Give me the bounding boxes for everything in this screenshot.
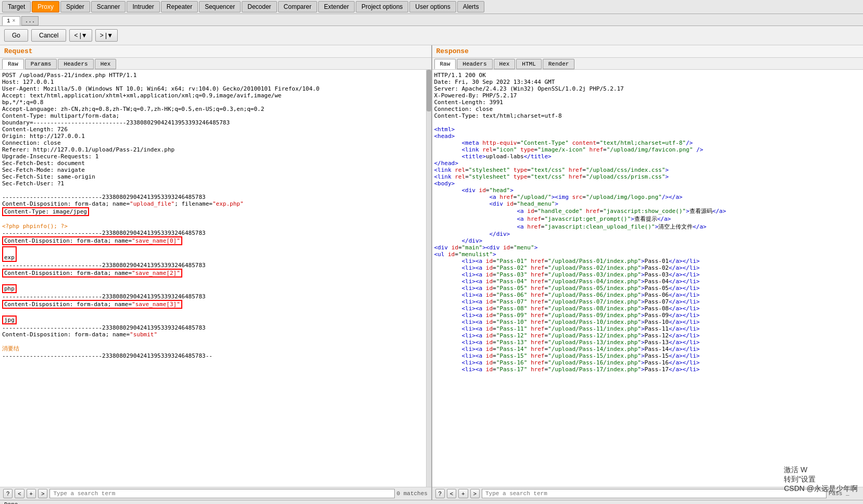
request-add-btn[interactable]: + bbox=[27, 489, 36, 498]
repeater-tab-1[interactable]: 1 × bbox=[2, 16, 20, 26]
status-bar: Done bbox=[0, 500, 863, 504]
main-content: Request Raw Params Headers Hex POST /upl… bbox=[0, 45, 863, 500]
response-tab-hex[interactable]: Hex bbox=[494, 59, 516, 69]
request-match-count: 0 matches bbox=[397, 490, 428, 497]
watermark-line2: 转到"设置 bbox=[784, 475, 858, 484]
response-add-btn[interactable]: + bbox=[458, 489, 468, 498]
request-panel: Request Raw Params Headers Hex POST /upl… bbox=[0, 45, 432, 500]
tab-1-close[interactable]: × bbox=[12, 18, 16, 24]
tab-comparer[interactable]: Comparer bbox=[278, 1, 317, 12]
request-text: POST /upload/Pass-21/index.php HTTP/1.1 … bbox=[2, 72, 429, 359]
response-body[interactable]: HTTP/1.1 200 OK Date: Fri, 30 Sep 2022 1… bbox=[432, 70, 864, 487]
tab-sequencer[interactable]: Sequencer bbox=[199, 1, 241, 12]
cancel-button[interactable]: Cancel bbox=[31, 29, 66, 42]
request-bottom-bar: ? < + > 0 matches bbox=[0, 487, 431, 500]
response-tab-render[interactable]: Render bbox=[543, 59, 575, 69]
response-search-input[interactable] bbox=[482, 489, 827, 498]
response-tab-headers[interactable]: Headers bbox=[457, 59, 492, 69]
tab-target[interactable]: Target bbox=[2, 1, 31, 12]
response-help-btn[interactable]: ? bbox=[435, 489, 445, 498]
response-sub-tabs: Raw Headers Hex HTML Render bbox=[432, 58, 864, 70]
request-body[interactable]: POST /upload/Pass-21/index.php HTTP/1.1 … bbox=[0, 70, 431, 487]
response-panel: Response Raw Headers Hex HTML Render HTT… bbox=[432, 45, 864, 500]
response-tab-raw[interactable]: Raw bbox=[434, 59, 456, 69]
request-search-input[interactable] bbox=[49, 489, 394, 498]
tab-repeater[interactable]: Repeater bbox=[161, 1, 198, 12]
response-next-btn[interactable]: > bbox=[470, 489, 480, 498]
tab-1-label: 1 bbox=[7, 18, 10, 24]
tab-proxy[interactable]: Proxy bbox=[32, 1, 59, 12]
watermark-line3: CSDN @永远是少年啊 bbox=[784, 484, 858, 494]
toolbar: Go Cancel < |▼ > |▼ bbox=[0, 26, 863, 45]
status-text: Done bbox=[4, 501, 18, 504]
response-text: HTTP/1.1 200 OK Date: Fri, 30 Sep 2022 1… bbox=[434, 72, 861, 373]
repeater-tab-row: 1 × ... bbox=[0, 14, 863, 26]
request-panel-inner: Request Raw Params Headers Hex POST /upl… bbox=[0, 45, 431, 500]
request-tab-headers[interactable]: Headers bbox=[58, 59, 93, 69]
tab-decoder[interactable]: Decoder bbox=[242, 1, 277, 12]
response-prev-btn[interactable]: < bbox=[447, 489, 456, 498]
request-next-btn[interactable]: > bbox=[38, 489, 47, 498]
tab-user-options[interactable]: User options bbox=[409, 1, 456, 12]
tab-extender[interactable]: Extender bbox=[318, 1, 355, 12]
request-scroll-thumb bbox=[427, 70, 431, 111]
request-help-btn[interactable]: ? bbox=[3, 489, 12, 498]
tab-alerts[interactable]: Alerts bbox=[457, 1, 485, 12]
tab-intruder[interactable]: Intruder bbox=[127, 1, 159, 12]
request-prev-btn[interactable]: < bbox=[15, 489, 24, 498]
request-tab-params[interactable]: Params bbox=[25, 59, 57, 69]
request-sub-tabs: Raw Params Headers Hex bbox=[0, 58, 431, 70]
go-button[interactable]: Go bbox=[4, 29, 28, 42]
response-panel-inner: Response Raw Headers Hex HTML Render HTT… bbox=[432, 45, 864, 500]
tab-scanner[interactable]: Scanner bbox=[91, 1, 126, 12]
request-tab-raw[interactable]: Raw bbox=[2, 59, 24, 69]
watermark: 激活 W 转到"设置 CSDN @永远是少年啊 bbox=[784, 465, 858, 494]
tab-spider[interactable]: Spider bbox=[60, 1, 90, 12]
nav-right-button[interactable]: > |▼ bbox=[95, 29, 118, 42]
request-scrollbar[interactable] bbox=[426, 70, 431, 487]
tab-add[interactable]: ... bbox=[21, 16, 39, 26]
response-tab-html[interactable]: HTML bbox=[516, 59, 541, 69]
response-header: Response bbox=[432, 45, 864, 58]
nav-left-button[interactable]: < |▼ bbox=[69, 29, 92, 42]
request-tab-hex[interactable]: Hex bbox=[95, 59, 117, 69]
tab-project-options[interactable]: Project options bbox=[356, 1, 408, 12]
menu-bar: Target Proxy Spider Scanner Intruder Rep… bbox=[0, 0, 863, 14]
request-header: Request bbox=[0, 45, 431, 58]
watermark-line1: 激活 W bbox=[784, 465, 858, 475]
